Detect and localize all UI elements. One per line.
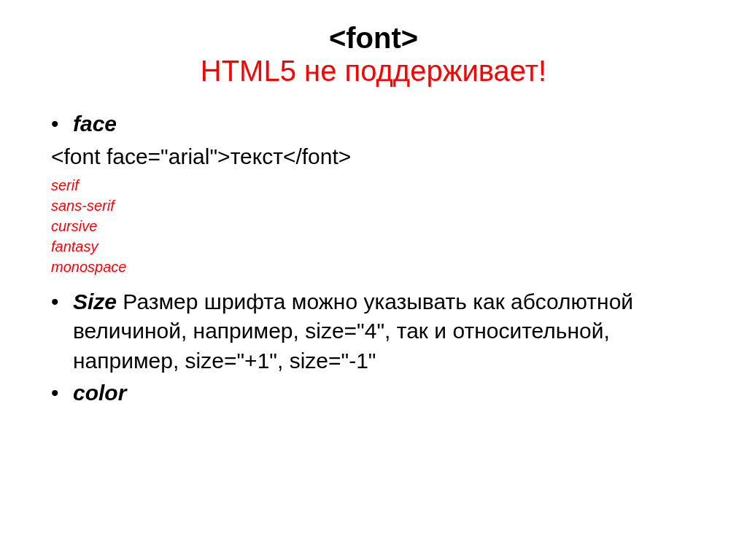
font-cursive: cursive — [51, 216, 703, 236]
bullet-color: color — [73, 378, 703, 408]
face-label: face — [73, 112, 117, 136]
font-sans-serif: sans-serif — [51, 195, 703, 216]
bullet-list: face — [51, 109, 703, 139]
font-serif: serif — [51, 175, 703, 195]
slide-content: face <font face="arial">текст</font> ser… — [44, 109, 703, 408]
slide-title: <font> HTML5 не поддерживает! — [44, 22, 703, 88]
size-label: Size — [73, 289, 117, 314]
font-fantasy: fantasy — [51, 236, 703, 257]
code-example: <font face="arial">текст</font> — [51, 142, 703, 171]
font-monospace: monospace — [51, 257, 703, 277]
bullet-list-2: Size Размер шрифта можно указывать как а… — [51, 287, 703, 408]
size-description: Размер шрифта можно указывать как абсолю… — [73, 289, 633, 373]
bullet-face: face — [73, 109, 703, 139]
title-warning: HTML5 не поддерживает! — [44, 55, 703, 88]
title-tag: <font> — [44, 22, 703, 55]
bullet-size: Size Размер шрифта можно указывать как а… — [73, 287, 703, 376]
color-label: color — [73, 381, 126, 405]
font-family-list: serif sans-serif cursive fantasy monospa… — [51, 175, 703, 277]
